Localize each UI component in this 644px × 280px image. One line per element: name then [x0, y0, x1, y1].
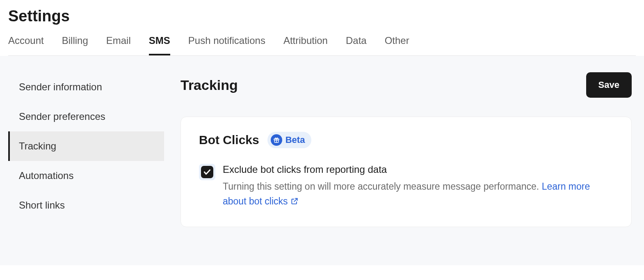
tab-other[interactable]: Other [385, 35, 409, 55]
card-title: Bot Clicks [199, 133, 259, 147]
checkbox-help: Turning this setting on will more accura… [223, 179, 613, 209]
sidebar-item-tracking[interactable]: Tracking [8, 131, 164, 161]
bot-clicks-card: Bot Clicks Beta [180, 117, 632, 227]
sidebar-item-automations[interactable]: Automations [8, 161, 164, 190]
sidebar-item-sender-information[interactable]: Sender information [8, 72, 164, 102]
tab-billing[interactable]: Billing [62, 35, 88, 55]
tab-data[interactable]: Data [346, 35, 367, 55]
tab-account[interactable]: Account [8, 35, 44, 55]
external-link-icon [290, 195, 299, 210]
gift-icon [271, 134, 282, 146]
section-title: Tracking [180, 77, 238, 93]
sidebar-item-short-links[interactable]: Short links [8, 190, 164, 220]
check-icon [203, 168, 211, 176]
tab-email[interactable]: Email [106, 35, 131, 55]
checkbox-help-text: Turning this setting on will more accura… [223, 181, 542, 192]
exclude-bot-clicks-checkbox[interactable] [199, 164, 215, 180]
save-button[interactable]: Save [586, 72, 632, 98]
sidebar-item-sender-preferences[interactable]: Sender preferences [8, 102, 164, 131]
beta-badge: Beta [267, 132, 312, 148]
tab-sms[interactable]: SMS [149, 35, 170, 55]
page-title: Settings [8, 7, 636, 25]
tab-attribution[interactable]: Attribution [283, 35, 328, 55]
tab-push-notifications[interactable]: Push notifications [188, 35, 265, 55]
sidebar: Sender information Sender preferences Tr… [8, 72, 164, 249]
checkbox-label: Exclude bot clicks from reporting data [223, 164, 613, 175]
tabs: Account Billing Email SMS Push notificat… [8, 35, 636, 56]
beta-badge-label: Beta [285, 135, 305, 145]
